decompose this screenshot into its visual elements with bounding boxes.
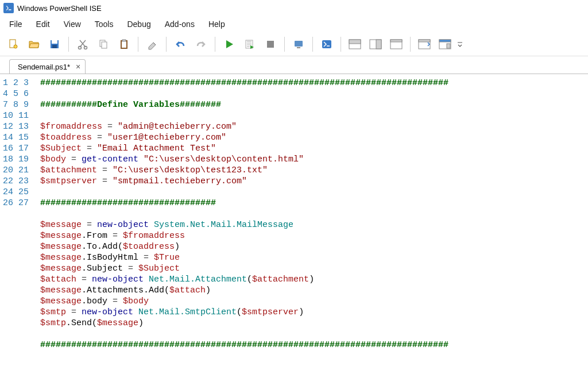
paste-button[interactable]	[114, 34, 134, 54]
stop-button[interactable]	[261, 34, 280, 54]
show-script-pane-max-button[interactable]	[386, 34, 406, 54]
svg-rect-3	[52, 40, 57, 44]
new-remote-button[interactable]	[289, 34, 308, 54]
svg-rect-10	[122, 41, 126, 48]
run-script-button[interactable]	[219, 34, 239, 54]
menu-bar: File Edit View Tools Debug Add-ons Help	[0, 16, 588, 32]
toolbar-separator	[341, 37, 341, 52]
line-number-gutter: 1 2 3 4 5 6 7 8 9 10 11 12 13 14 15 16 1…	[0, 74, 34, 370]
svg-rect-20	[376, 40, 381, 49]
svg-rect-24	[419, 40, 430, 42]
svg-rect-22	[390, 40, 402, 42]
tab-sendemail[interactable]: Sendemail.ps1* ×	[9, 59, 86, 74]
show-script-pane-top-button[interactable]	[345, 34, 365, 54]
toolbar-separator	[410, 37, 411, 52]
svg-rect-8	[102, 42, 107, 48]
open-file-button[interactable]	[24, 34, 44, 54]
redo-button[interactable]	[191, 34, 211, 54]
code-editor[interactable]: 1 2 3 4 5 6 7 8 9 10 11 12 13 14 15 16 1…	[0, 74, 588, 370]
tab-strip: Sendemail.ps1* ×	[0, 56, 588, 74]
menu-debug[interactable]: Debug	[120, 18, 157, 30]
toolbar-overflow-button[interactable]	[456, 34, 464, 54]
cut-button[interactable]	[73, 34, 92, 54]
svg-rect-14	[295, 41, 303, 47]
svg-point-5	[79, 46, 82, 49]
svg-point-1	[14, 45, 17, 48]
copy-button[interactable]	[94, 34, 113, 54]
menu-tools[interactable]: Tools	[88, 18, 121, 30]
save-button[interactable]	[45, 34, 64, 54]
menu-addons[interactable]: Add-ons	[158, 18, 202, 30]
tab-close-button[interactable]: ×	[76, 62, 80, 71]
toolbar-separator	[166, 37, 167, 52]
window-title: Windows PowerShell ISE	[17, 4, 102, 13]
undo-button[interactable]	[171, 34, 190, 54]
code-area[interactable]: ########################################…	[34, 74, 588, 370]
show-script-pane-right-button[interactable]	[366, 34, 385, 54]
svg-rect-26	[439, 40, 451, 42]
menu-edit[interactable]: Edit	[29, 18, 57, 30]
title-bar: Windows PowerShell ISE	[0, 0, 588, 16]
menu-file[interactable]: File	[2, 18, 29, 30]
svg-rect-4	[52, 45, 57, 48]
menu-help[interactable]: Help	[202, 18, 232, 30]
powershell-ise-icon	[3, 3, 14, 13]
toolbar-separator	[138, 37, 138, 52]
toolbar-separator	[215, 37, 215, 52]
new-file-button[interactable]	[3, 34, 23, 54]
menu-view[interactable]: View	[57, 18, 88, 30]
svg-rect-15	[297, 47, 300, 48]
svg-point-6	[84, 46, 87, 49]
svg-rect-11	[122, 40, 126, 41]
toolbar-separator	[284, 37, 285, 52]
tab-label: Sendemail.ps1*	[18, 63, 70, 71]
start-powershell-button[interactable]	[317, 34, 336, 54]
toolbar	[0, 32, 588, 56]
show-command-window-button[interactable]	[435, 34, 455, 54]
toolbar-separator	[312, 37, 313, 52]
toolbar-separator	[68, 37, 69, 52]
show-command-addon-button[interactable]	[415, 34, 434, 54]
svg-rect-27	[447, 44, 450, 48]
clear-button[interactable]	[142, 34, 162, 54]
run-selection-button[interactable]	[240, 34, 260, 54]
svg-rect-13	[267, 41, 274, 48]
svg-rect-18	[349, 40, 361, 44]
